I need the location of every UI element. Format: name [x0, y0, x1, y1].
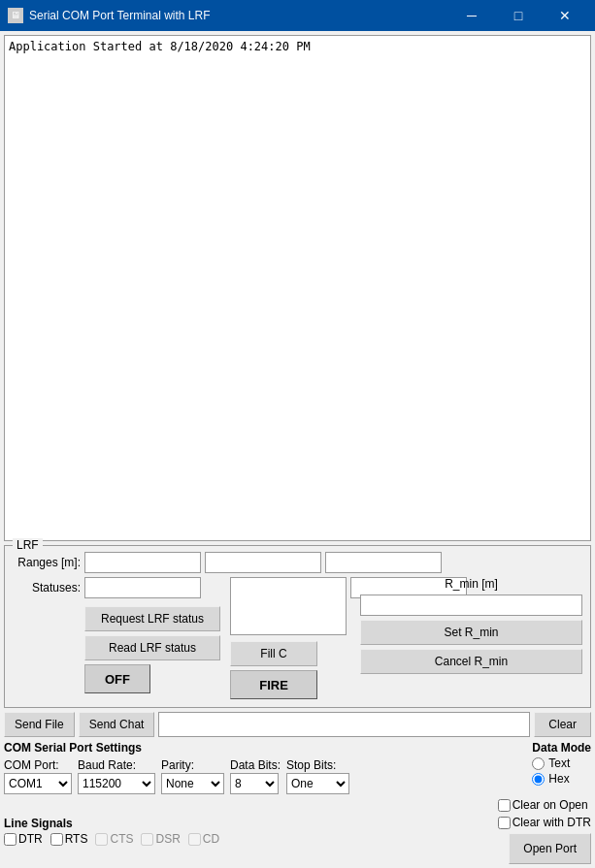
clear-on-open-label: Clear on Open	[512, 798, 588, 812]
baud-rate-label: Baud Rate:	[78, 758, 155, 772]
line-signals-title: Line Signals	[4, 817, 219, 830]
clear-button[interactable]: Clear	[534, 712, 591, 737]
status-input-1[interactable]	[84, 577, 201, 598]
maximize-button[interactable]: □	[496, 0, 541, 31]
title-bar: 🖥 Serial COM Port Terminal with LRF ─ □ …	[0, 0, 595, 31]
parity-select[interactable]: None Even Odd	[161, 773, 224, 794]
off-button[interactable]: OFF	[84, 664, 150, 693]
baud-rate-field: Baud Rate: 9600 19200 38400 57600 115200	[78, 758, 155, 794]
lrf-legend: LRF	[13, 538, 43, 552]
send-chat-button[interactable]: Send Chat	[79, 712, 155, 737]
dsr-checkbox	[141, 833, 153, 846]
range-input-2[interactable]	[205, 552, 321, 573]
window-title: Serial COM Port Terminal with LRF	[29, 9, 449, 22]
bottom-bar: Send File Send Chat Clear	[4, 712, 591, 737]
read-lrf-status-button[interactable]: Read LRF status	[84, 635, 220, 660]
open-port-button[interactable]: Open Port	[509, 833, 591, 864]
cancel-r-min-button[interactable]: Cancel R_min	[360, 649, 582, 674]
clear-on-open-row: Clear on Open	[498, 798, 591, 812]
line-signals-row: Line Signals DTR RTS CTS DSR	[4, 798, 591, 864]
statuses-label: Statuses:	[13, 581, 81, 595]
statuses-row: Statuses:	[13, 577, 226, 598]
data-bits-select[interactable]: 7 8	[230, 773, 279, 794]
lrf-columns: Statuses: Request LRF status Read LRF st…	[13, 577, 582, 699]
minimize-button[interactable]: ─	[449, 0, 494, 31]
cd-check-row: CD	[188, 832, 219, 846]
com-port-select[interactable]: COM1 COM2 COM3 COM4	[4, 773, 72, 794]
com-settings-title: COM Serial Port Settings	[4, 741, 349, 755]
cts-label: CTS	[110, 832, 133, 846]
cd-checkbox	[188, 833, 201, 846]
ranges-label: Ranges [m]:	[13, 556, 81, 569]
stop-bits-label: Stop Bits:	[286, 758, 349, 772]
com-settings-group: COM Serial Port Settings COM Port: COM1 …	[4, 741, 349, 794]
off-row: OFF	[84, 664, 226, 693]
range-input-1[interactable]	[84, 552, 201, 573]
r-min-input[interactable]	[360, 595, 582, 616]
close-button[interactable]: ✕	[543, 0, 587, 31]
line-signals-checks: DTR RTS CTS DSR CD	[4, 832, 219, 846]
terminal-output[interactable]: Application Started at 8/18/2020 4:24:20…	[4, 35, 591, 541]
text-radio[interactable]	[532, 757, 545, 770]
lrf-group: LRF Ranges [m]: Statuses: Request LRF st…	[4, 545, 591, 708]
cd-label: CD	[203, 832, 219, 846]
stop-bits-select[interactable]: One Two	[286, 773, 349, 794]
text-radio-label: Text	[548, 756, 570, 770]
status-textarea[interactable]	[230, 577, 347, 635]
lrf-col-left: Statuses: Request LRF status Read LRF st…	[13, 577, 226, 699]
clear-on-open-checkbox[interactable]	[498, 799, 511, 812]
rts-check-row: RTS	[50, 832, 88, 846]
app-icon: 🖥	[8, 8, 23, 23]
data-bits-label: Data Bits:	[230, 758, 281, 772]
dsr-check-row: DSR	[141, 832, 180, 846]
rts-label: RTS	[65, 832, 88, 846]
lrf-col-mid: Fill C FIRE	[230, 577, 356, 699]
startup-message: Application Started at 8/18/2020 4:24:20…	[9, 40, 311, 53]
settings-fields: COM Port: COM1 COM2 COM3 COM4 Baud Rate:…	[4, 758, 349, 794]
baud-rate-select[interactable]: 9600 19200 38400 57600 115200	[78, 773, 155, 794]
cts-checkbox	[95, 833, 108, 846]
r-min-label: R_min [m]	[360, 577, 582, 591]
request-lrf-status-button[interactable]: Request LRF status	[84, 606, 220, 631]
com-port-field: COM Port: COM1 COM2 COM3 COM4	[4, 758, 72, 794]
rts-checkbox[interactable]	[50, 833, 63, 846]
parity-label: Parity:	[161, 758, 224, 772]
hex-radio[interactable]	[532, 773, 545, 786]
hex-radio-label: Hex	[548, 772, 569, 786]
com-port-label: COM Port:	[4, 758, 72, 772]
stop-bits-field: Stop Bits: One Two	[286, 758, 349, 794]
dtr-checkbox[interactable]	[4, 833, 17, 846]
text-radio-row: Text	[532, 756, 591, 770]
hex-radio-row: Hex	[532, 772, 591, 786]
set-r-min-button[interactable]: Set R_min	[360, 620, 582, 645]
fill-c-button[interactable]: Fill C	[230, 641, 317, 666]
fire-button[interactable]: FIRE	[230, 670, 317, 699]
data-mode-title: Data Mode	[532, 741, 591, 755]
window-controls: ─ □ ✕	[449, 0, 587, 31]
send-file-button[interactable]: Send File	[4, 712, 75, 737]
lrf-col-right: R_min [m] Set R_min Cancel R_min	[360, 577, 582, 699]
clear-with-dtr-checkbox[interactable]	[498, 817, 511, 829]
dtr-check-row: DTR	[4, 832, 43, 846]
clear-with-dtr-label: Clear with DTR	[512, 816, 591, 829]
dtr-label: DTR	[18, 832, 43, 846]
ranges-row: Ranges [m]:	[13, 552, 582, 573]
cts-check-row: CTS	[95, 832, 133, 846]
data-mode-group: Data Mode Text Hex	[532, 741, 591, 794]
data-bits-field: Data Bits: 7 8	[230, 758, 281, 794]
chat-input[interactable]	[158, 712, 530, 737]
main-content: Application Started at 8/18/2020 4:24:20…	[0, 31, 595, 868]
parity-field: Parity: None Even Odd	[161, 758, 224, 794]
clear-with-dtr-row: Clear with DTR	[498, 816, 591, 829]
settings-row: COM Serial Port Settings COM Port: COM1 …	[4, 741, 591, 794]
range-input-3[interactable]	[325, 552, 442, 573]
dsr-label: DSR	[155, 832, 180, 846]
right-controls: Clear on Open Clear with DTR Open Port	[498, 798, 591, 864]
line-signals-group: Line Signals DTR RTS CTS DSR	[4, 817, 219, 846]
